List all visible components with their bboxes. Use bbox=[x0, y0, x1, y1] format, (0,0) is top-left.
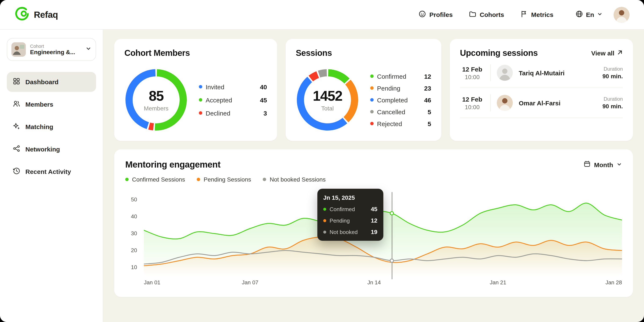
legend-dot bbox=[323, 208, 326, 210]
sidebar-item-label: Networking bbox=[26, 146, 60, 153]
legend-dot bbox=[370, 110, 374, 114]
cohorts-icon bbox=[469, 10, 476, 19]
sidebar-item-networking[interactable]: Networking bbox=[7, 139, 96, 159]
sidebar-item-label: Members bbox=[26, 101, 53, 108]
legend-dot bbox=[263, 178, 266, 181]
sidebar-item-dashboard[interactable]: Dashboard bbox=[7, 72, 96, 92]
plot-area: Jn 15, 2025 Confirmed 45 Pending 12 bbox=[144, 191, 622, 276]
divider bbox=[490, 64, 491, 81]
sessions-total-label: Total bbox=[321, 105, 334, 112]
legend-dot bbox=[125, 178, 129, 181]
sessions-total: 1452 bbox=[313, 88, 342, 104]
sidebar-item-matching[interactable]: Matching bbox=[7, 117, 96, 137]
tooltip-row: Not booked 19 bbox=[323, 228, 378, 235]
session-duration: Duration 90 min. bbox=[602, 96, 623, 110]
legend-item: Confirmed Sessions bbox=[125, 176, 185, 183]
divider bbox=[490, 94, 491, 111]
legend-dot bbox=[370, 98, 374, 102]
engagement-chart[interactable]: 50 40 30 20 10 Jn 15, 2025 bbox=[125, 191, 622, 287]
brand-name: Refaq bbox=[34, 10, 58, 20]
upcoming-sessions-card: Upcoming sessions View all bbox=[450, 39, 633, 141]
mentoring-engagement-card: Mentoring engagement Month bbox=[114, 149, 633, 297]
card-title: Sessions bbox=[296, 48, 431, 58]
nav-label: Cohorts bbox=[480, 11, 504, 18]
legend-item: Cancelled 5 bbox=[370, 108, 431, 115]
members-count: 85 bbox=[149, 88, 163, 104]
view-all-link[interactable]: View all bbox=[591, 50, 623, 57]
top-cards-row: Cohort Members 85 Members bbox=[114, 39, 633, 141]
legend-dot bbox=[323, 219, 326, 222]
sessions-legend: Confirmed 12 Pending 23 Completed bbox=[370, 72, 431, 127]
cohort-value: Engineering &... bbox=[30, 49, 81, 56]
top-nav: Profiles Cohorts Metrics bbox=[418, 10, 554, 19]
tooltip-row: Confirmed 45 bbox=[323, 206, 378, 212]
mentor-avatar bbox=[497, 65, 513, 81]
top-bar: Refaq Profiles bbox=[0, 0, 644, 30]
nav-item-cohorts[interactable]: Cohorts bbox=[469, 10, 504, 19]
cohort-members-card: Cohort Members 85 Members bbox=[114, 39, 277, 141]
cohort-selector[interactable]: Cohort Engineering &... bbox=[7, 38, 96, 61]
y-axis: 50 40 30 20 10 bbox=[125, 191, 139, 276]
networking-icon bbox=[13, 145, 20, 154]
mentor-name: Omar Al-Farsi bbox=[519, 99, 596, 106]
cohort-members-donut-chart: 85 Members bbox=[124, 68, 188, 132]
session-when: 12 Feb 10:00 bbox=[460, 96, 484, 110]
legend-item: Completed 46 bbox=[370, 96, 431, 104]
hover-marker bbox=[390, 211, 394, 215]
session-duration: Duration 90 min. bbox=[602, 66, 623, 80]
legend-item: Pending 23 bbox=[370, 84, 431, 92]
globe-icon bbox=[576, 10, 583, 19]
legend-item: Invited 40 bbox=[199, 83, 267, 90]
cohort-thumbnail bbox=[12, 42, 26, 57]
nav-item-metrics[interactable]: Metrics bbox=[520, 10, 554, 19]
language-label: En bbox=[586, 11, 594, 18]
cohort-label: Cohort bbox=[30, 44, 81, 49]
cohort-meta: Cohort Engineering &... bbox=[30, 44, 81, 56]
legend-dot bbox=[199, 98, 202, 102]
legend-item: Confirmed 12 bbox=[370, 72, 431, 80]
mentor-name: Tariq Al-Mutairi bbox=[519, 69, 596, 76]
legend-dot bbox=[370, 86, 374, 90]
upcoming-session-row[interactable]: 12 Feb 10:00 Tariq Al-Mutairi bbox=[460, 58, 623, 88]
legend-item: Accepted 45 bbox=[199, 96, 267, 104]
legend-dot bbox=[199, 111, 202, 115]
sidebar: Cohort Engineering &... bbox=[0, 30, 103, 322]
calendar-icon bbox=[584, 160, 591, 169]
hover-rule bbox=[392, 192, 392, 279]
tooltip-date: Jn 15, 2025 bbox=[323, 194, 378, 201]
card-title: Mentoring engagement bbox=[125, 160, 220, 170]
chart-tooltip: Jn 15, 2025 Confirmed 45 Pending 12 bbox=[317, 189, 383, 241]
main-content: Cohort Members 85 Members bbox=[103, 30, 644, 322]
members-legend: Invited 40 Accepted 45 Declined bbox=[199, 83, 267, 116]
legend-item: Declined 3 bbox=[199, 110, 267, 116]
sidebar-item-label: Recent Activity bbox=[26, 168, 71, 175]
sessions-card: Sessions 1452 Total Confi bbox=[286, 39, 441, 141]
language-switcher[interactable]: En bbox=[576, 10, 602, 19]
arrow-up-right-icon bbox=[617, 50, 623, 57]
period-label: Month bbox=[594, 161, 613, 168]
sidebar-menu: Dashboard Members bbox=[7, 72, 96, 182]
profiles-icon bbox=[418, 10, 426, 19]
session-when: 12 Feb 10:00 bbox=[460, 65, 484, 80]
sidebar-item-recent-activity[interactable]: Recent Activity bbox=[7, 162, 96, 182]
period-selector[interactable]: Month bbox=[584, 160, 622, 169]
legend-item: Pending Sessions bbox=[197, 176, 251, 183]
sidebar-item-label: Matching bbox=[26, 123, 53, 130]
legend-dot bbox=[199, 85, 202, 88]
dashboard-icon bbox=[13, 78, 20, 86]
card-title: Cohort Members bbox=[124, 48, 267, 58]
sidebar-item-members[interactable]: Members bbox=[7, 94, 96, 114]
user-avatar[interactable] bbox=[614, 6, 630, 23]
hover-marker bbox=[390, 258, 394, 263]
chevron-down-icon bbox=[616, 161, 622, 168]
brand-logo-icon bbox=[14, 6, 30, 23]
sessions-donut-chart: 1452 Total bbox=[296, 68, 359, 132]
upcoming-session-row[interactable]: 12 Feb 10:00 Omar Al-Farsi bbox=[460, 88, 623, 118]
nav-item-profiles[interactable]: Profiles bbox=[418, 10, 453, 19]
tooltip-row: Pending 12 bbox=[323, 217, 378, 224]
brand[interactable]: Refaq bbox=[14, 6, 58, 23]
legend-dot bbox=[370, 74, 374, 78]
card-title: Upcoming sessions bbox=[460, 48, 538, 58]
x-axis: Jan 01 Jan 07 Jn 14 Jan 21 Jan 28 bbox=[144, 279, 622, 287]
activity-icon bbox=[13, 167, 20, 176]
